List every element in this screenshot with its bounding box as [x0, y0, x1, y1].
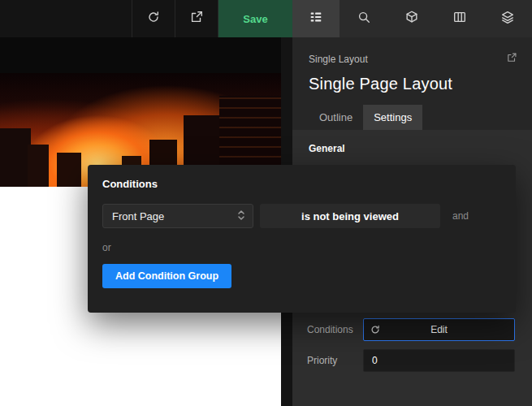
save-button[interactable]: Save — [218, 0, 292, 37]
structure-icon — [309, 10, 323, 28]
elements-button[interactable] — [387, 0, 435, 37]
columns-icon — [452, 10, 467, 28]
or-connector-label[interactable]: or — [102, 242, 501, 253]
building-silhouette — [28, 145, 49, 187]
tab-outline[interactable]: Outline — [309, 105, 363, 130]
templates-button[interactable] — [436, 0, 484, 37]
topbar-left: Save — [0, 0, 292, 37]
condition-type-select[interactable]: Front Page — [102, 204, 253, 228]
breadcrumb: Single Layout — [309, 54, 368, 65]
layers-icon — [500, 10, 515, 28]
edit-button-label: Edit — [364, 324, 514, 335]
conditions-modal: Conditions Front Page is not being viewe… — [88, 165, 516, 313]
section-heading-general: General — [292, 130, 532, 162]
priority-field-row: Priority — [307, 349, 515, 372]
preview-header-strip — [0, 37, 281, 73]
builder-window: Save — [0, 0, 532, 406]
and-connector-label[interactable]: and — [452, 210, 469, 222]
building-silhouette — [0, 128, 31, 187]
panel-tabs: Outline Settings — [309, 105, 422, 130]
open-external-button[interactable] — [175, 0, 218, 37]
chevron-updown-icon — [237, 209, 245, 223]
conditions-label: Conditions — [307, 324, 363, 335]
tab-settings[interactable]: Settings — [363, 105, 422, 130]
refresh-button[interactable] — [132, 0, 175, 37]
condition-row: Front Page is not being viewed and — [102, 204, 501, 228]
page-title: Single Page Layout — [292, 67, 532, 93]
edit-conditions-button[interactable]: Edit — [363, 318, 515, 341]
refresh-conditions-icon — [370, 324, 381, 339]
panel-header: Single Layout Single Page Layout Outline… — [292, 37, 532, 130]
cube-icon — [404, 10, 419, 28]
search-button[interactable] — [340, 0, 387, 37]
priority-label: Priority — [307, 355, 363, 366]
priority-input[interactable] — [363, 349, 515, 372]
topbar-spacer — [0, 0, 132, 37]
add-condition-group-button[interactable]: Add Condition Group — [102, 264, 231, 288]
conditions-field-row: Conditions Edit — [307, 318, 515, 341]
structure-panel-tab[interactable] — [292, 0, 340, 37]
topbar-right — [292, 0, 532, 37]
condition-type-value: Front Page — [112, 210, 164, 222]
conditions-modal-title: Conditions — [102, 178, 501, 191]
open-template-icon[interactable] — [506, 52, 517, 67]
building-silhouette — [57, 153, 81, 187]
layers-button[interactable] — [484, 0, 532, 37]
topbar: Save — [0, 0, 532, 37]
open-external-icon — [189, 10, 204, 28]
condition-state-toggle[interactable]: is not being viewed — [260, 204, 440, 228]
refresh-icon — [146, 10, 161, 28]
search-icon — [357, 10, 371, 28]
